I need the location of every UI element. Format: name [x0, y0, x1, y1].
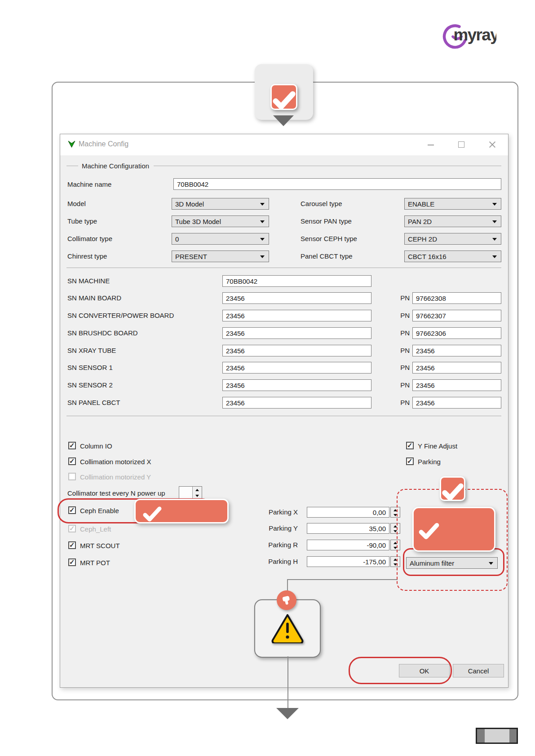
- myray-logo-text: myray: [454, 26, 496, 44]
- sn-brushdc-input[interactable]: 23456: [222, 327, 371, 339]
- warning-icon: [270, 613, 305, 643]
- progress-segment-middle: [485, 729, 509, 743]
- hand-pointer-icon: [277, 590, 296, 610]
- myray-logo-icon: myray: [438, 18, 496, 50]
- pn-sensor1-input[interactable]: 23456: [412, 362, 501, 374]
- pn-brushdc-input[interactable]: 97662306: [412, 327, 501, 339]
- parking-r-label: Parking R: [253, 541, 298, 549]
- y-fine-adjust-label: Y Fine Adjust: [418, 442, 457, 450]
- spin-up-icon[interactable]: [193, 487, 202, 492]
- separator: [66, 268, 501, 268]
- parking-h-label: Parking H: [253, 558, 298, 565]
- ceph-left-label: Ceph_Left: [80, 525, 111, 533]
- pn-label: PN: [397, 312, 410, 319]
- sn-sensor2-input[interactable]: 23456: [222, 379, 371, 391]
- parking-x-label: Parking X: [253, 508, 298, 516]
- pn-label: PN: [397, 364, 410, 371]
- parking-checkbox[interactable]: [406, 457, 414, 465]
- sn-machine-label: SN MACHINE: [67, 277, 110, 285]
- model-select[interactable]: 3D Model: [172, 198, 269, 210]
- spin-down-icon[interactable]: [193, 492, 202, 498]
- chinrest-type-select[interactable]: PRESENT: [172, 251, 269, 262]
- myray-logo: myray: [438, 18, 496, 50]
- sn-brushdc-label: SN BRUSHDC BOARD: [67, 329, 138, 337]
- annotation-connector-h: [287, 579, 398, 580]
- page-progress-indicator: [476, 728, 518, 744]
- parking-x-input[interactable]: 0,00: [307, 507, 389, 518]
- pn-converter-input[interactable]: 97662307: [412, 310, 501, 321]
- machine-name-label: Machine name: [67, 180, 111, 188]
- sn-xray-tube-input[interactable]: 23456: [222, 345, 371, 356]
- flow-line: [287, 656, 288, 708]
- collimator-test-label: Collimator test every N power up: [67, 489, 165, 497]
- filter-highlight: [403, 548, 504, 576]
- sn-xray-tube-label: SN XRAY TUBE: [67, 347, 116, 354]
- pn-sensor2-input[interactable]: 23456: [412, 379, 501, 391]
- pn-xray-tube-input[interactable]: 23456: [412, 345, 501, 356]
- collimation-motorized-x-checkbox[interactable]: [68, 457, 76, 465]
- filter-check-callout: [412, 507, 495, 552]
- sensor-pan-type-label: Sensor PAN type: [301, 217, 352, 225]
- cancel-button[interactable]: Cancel: [453, 664, 504, 677]
- sn-converter-input[interactable]: 23456: [222, 310, 371, 321]
- model-label: Model: [67, 200, 86, 207]
- sn-sensor1-input[interactable]: 23456: [222, 362, 371, 374]
- progress-segment-right: [509, 729, 517, 743]
- group-line-left: [66, 166, 78, 166]
- collimator-type-label: Collimator type: [67, 235, 112, 242]
- parking-y-input[interactable]: 35,00: [307, 523, 389, 534]
- collimation-motorized-y-label: Collimation motorized Y: [80, 473, 151, 481]
- pn-main-board-input[interactable]: 97662308: [412, 292, 501, 304]
- pn-panel-cbct-input[interactable]: 23456: [412, 397, 501, 409]
- small-check-callout: [440, 476, 465, 501]
- ceph-left-checkbox: [68, 525, 76, 532]
- pn-label: PN: [397, 329, 410, 337]
- sn-main-board-input[interactable]: 23456: [222, 292, 371, 304]
- sensor-ceph-type-select[interactable]: CEPH 2D: [404, 233, 501, 245]
- panel-cbct-type-label: Panel CBCT type: [301, 252, 353, 260]
- carousel-type-label: Carousel type: [301, 200, 342, 207]
- maximize-icon: [458, 141, 464, 148]
- machine-config-dialog: Machine Config Machine Configuration Mac…: [60, 134, 508, 688]
- minimize-button[interactable]: [423, 134, 438, 155]
- title-bar[interactable]: Machine Config: [60, 134, 508, 155]
- group-title: Machine Configuration: [82, 162, 149, 170]
- bottom-arrow-icon: [276, 708, 299, 719]
- mrt-pot-checkbox[interactable]: [68, 558, 76, 566]
- parking-r-input[interactable]: -90,00: [307, 540, 389, 550]
- sn-converter-label: SN CONVERTER/POWER BOARD: [67, 312, 174, 319]
- sn-sensor1-label: SN SENSOR 1: [67, 364, 113, 371]
- column-io-label: Column IO: [80, 442, 112, 450]
- pn-label: PN: [397, 399, 410, 406]
- collimator-type-select[interactable]: 0: [172, 233, 269, 245]
- tube-type-label: Tube type: [67, 217, 97, 225]
- top-check-icon: [270, 84, 297, 110]
- maximize-button[interactable]: [454, 134, 469, 155]
- parking-h-input[interactable]: -175,00: [307, 556, 389, 567]
- y-fine-adjust-checkbox[interactable]: [406, 442, 414, 449]
- panel-cbct-type-select[interactable]: CBCT 16x16: [404, 251, 501, 262]
- sensor-ceph-type-label: Sensor CEPH type: [301, 235, 357, 242]
- mrt-pot-label: MRT POT: [80, 559, 110, 567]
- sn-panel-cbct-label: SN PANEL CBCT: [67, 399, 120, 406]
- mrt-scout-checkbox[interactable]: [68, 541, 76, 549]
- pn-label: PN: [397, 294, 410, 302]
- machine-name-input[interactable]: 70BB0042: [173, 178, 501, 190]
- sn-machine-input[interactable]: 70BB0042: [222, 275, 371, 287]
- separator: [66, 416, 501, 416]
- collimation-motorized-y-checkbox: [68, 473, 76, 480]
- close-button[interactable]: [485, 134, 500, 155]
- sn-main-board-label: SN MAIN BOARD: [67, 294, 121, 302]
- column-io-checkbox[interactable]: [68, 442, 76, 449]
- app-icon: [68, 141, 75, 148]
- tube-type-select[interactable]: Tube 3D Model: [172, 215, 269, 227]
- page: myray Machine Config: [0, 0, 535, 756]
- mrt-scout-label: MRT SCOUT: [80, 542, 120, 549]
- sn-panel-cbct-input[interactable]: 23456: [222, 397, 371, 409]
- carousel-type-select[interactable]: ENABLE: [404, 198, 501, 210]
- collimator-test-spinner[interactable]: [179, 486, 202, 499]
- progress-segment-left: [477, 729, 485, 743]
- ceph-enable-check-callout: [134, 499, 229, 523]
- ok-button-highlight: [349, 657, 452, 684]
- sensor-pan-type-select[interactable]: PAN 2D: [404, 215, 501, 227]
